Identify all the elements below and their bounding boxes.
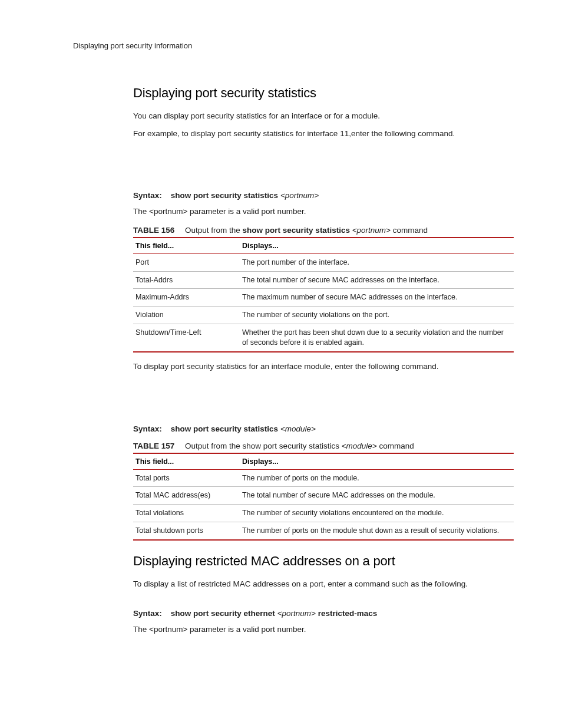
cell: The number of security violations on the…: [240, 307, 514, 324]
cell: The total number of secure MAC addresses…: [240, 487, 514, 505]
cell: The number of ports on the module shut d…: [240, 522, 514, 540]
cell: Total shutdown ports: [133, 522, 240, 540]
syntax-command: show port security ethernet: [171, 609, 275, 618]
spacer: [133, 596, 514, 609]
cell: Port: [133, 253, 240, 271]
table-caption: TABLE 157 Output from the show port secu…: [133, 442, 514, 450]
cell: The port number of the interface.: [240, 253, 514, 271]
spacer: [133, 145, 514, 191]
table-statistics-portnum: This field... Displays... PortThe port n…: [133, 237, 514, 353]
table-label: TABLE 157: [133, 442, 174, 450]
table-header: This field...: [133, 453, 240, 470]
cell: Violation: [133, 307, 240, 324]
table-caption: TABLE 156 Output from the show port secu…: [133, 226, 514, 235]
syntax-command: show port security statistics: [171, 191, 278, 200]
syntax-arg: <portnum>: [277, 609, 316, 618]
table-header: Displays...: [240, 238, 514, 254]
table-row: PortThe port number of the interface.: [133, 253, 514, 271]
cell: The total number of secure MAC addresses…: [240, 271, 514, 289]
table-header: This field...: [133, 238, 240, 254]
table-row: Total violationsThe number of security v…: [133, 505, 514, 522]
table-row: Total shutdown portsThe number of ports …: [133, 522, 514, 540]
running-header: Displaying port security information: [73, 41, 514, 50]
main-content: Displaying port security statistics You …: [133, 85, 514, 635]
syntax-prefix: Syntax:: [133, 191, 162, 200]
syntax-command: show port security statistics: [171, 424, 278, 433]
body-text: For example, to display port security st…: [133, 128, 514, 140]
table-row: Shutdown/Time-LeftWhether the port has b…: [133, 324, 514, 352]
body-text: To display a list of restricted MAC addr…: [133, 578, 514, 590]
cell: Total ports: [133, 469, 240, 487]
table-row: Total MAC address(es)The total number of…: [133, 487, 514, 505]
caption-text: command: [377, 442, 414, 450]
caption-italic: <portnum>: [352, 226, 391, 235]
cell: Shutdown/Time-Left: [133, 324, 240, 352]
table-row: Total portsThe number of ports on the mo…: [133, 469, 514, 487]
syntax-arg: <portnum>: [280, 191, 319, 200]
caption-text: command: [391, 226, 428, 235]
cell: The number of security violations encoun…: [240, 505, 514, 522]
caption-bold: show port security statistics: [243, 226, 352, 235]
table-row: Total-AddrsThe total number of secure MA…: [133, 271, 514, 289]
body-text: You can display port security statistics…: [133, 110, 514, 122]
section-heading-restricted: Displaying restricted MAC addresses on a…: [133, 554, 514, 569]
document-page: Displaying port security information Dis…: [0, 0, 562, 728]
syntax-line: Syntax: show port security statistics <m…: [133, 424, 514, 433]
syntax-arg: <module>: [280, 424, 316, 433]
syntax-prefix: Syntax:: [133, 609, 162, 618]
cell: The maximum number of secure MAC address…: [240, 289, 514, 307]
cell: Whether the port has been shut down due …: [240, 324, 514, 352]
cell: Total MAC address(es): [133, 487, 240, 505]
body-text: The <portnum> parameter is a valid port …: [133, 206, 514, 218]
syntax-line: Syntax: show port security statistics <p…: [133, 191, 514, 200]
syntax-prefix: Syntax:: [133, 424, 162, 433]
caption-text: Output from the: [185, 226, 243, 235]
table-label: TABLE 156: [133, 226, 174, 235]
table-row: ViolationThe number of security violatio…: [133, 307, 514, 324]
cell: Total violations: [133, 505, 240, 522]
table-row: Maximum-AddrsThe maximum number of secur…: [133, 289, 514, 307]
spacer: [133, 378, 514, 424]
syntax-tail: restricted-macs: [318, 609, 378, 618]
cell: The number of ports on the module.: [240, 469, 514, 487]
section-heading-statistics: Displaying port security statistics: [133, 85, 514, 101]
spacer: [133, 541, 514, 554]
syntax-line: Syntax: show port security ethernet <por…: [133, 609, 514, 618]
body-text: To display port security statistics for …: [133, 361, 514, 373]
cell: Total-Addrs: [133, 271, 240, 289]
body-text: The <portnum> parameter is a valid port …: [133, 624, 514, 635]
cell: Maximum-Addrs: [133, 289, 240, 307]
table-statistics-module: This field... Displays... Total portsThe…: [133, 453, 514, 541]
caption-italic: <module>: [342, 442, 377, 450]
caption-text: Output from the show port security stati…: [185, 442, 342, 450]
table-header: Displays...: [240, 453, 514, 470]
